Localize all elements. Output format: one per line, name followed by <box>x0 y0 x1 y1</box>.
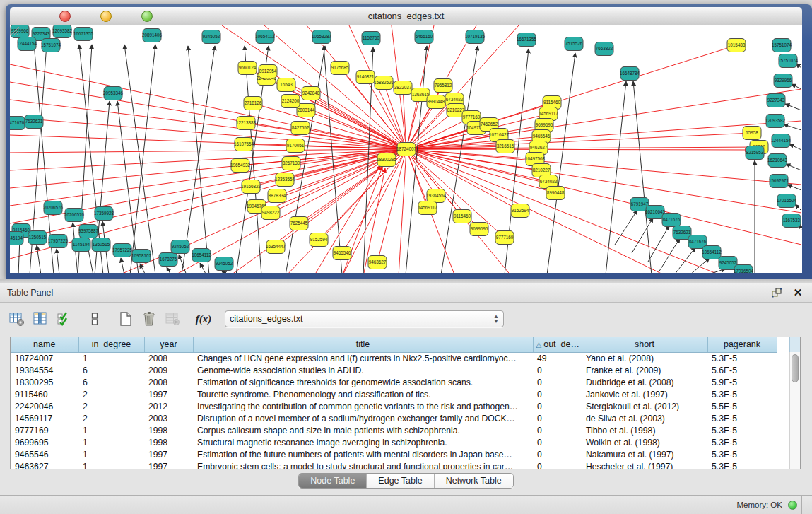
graph-node[interactable]: 12213383 <box>236 117 257 130</box>
graph-node[interactable]: 20891406 <box>142 29 163 42</box>
graph-node[interactable]: 9660124 <box>238 62 257 75</box>
graph-node[interactable]: 16543 <box>277 78 295 92</box>
graph-node[interactable]: 12444154 <box>17 37 37 51</box>
graph-node[interactable]: 3822037 <box>394 81 412 95</box>
graph-node[interactable]: 12444154 <box>771 134 792 148</box>
graph-node[interactable]: 9463627 <box>368 256 387 269</box>
graph-node[interactable]: 20953346 <box>103 87 124 100</box>
graph-node[interactable]: 12353554 <box>275 173 295 187</box>
graph-node[interactable]: 7632621 <box>25 115 43 129</box>
close-panel-icon[interactable]: ✕ <box>791 286 805 299</box>
graph-node[interactable]: 10654112 <box>702 246 722 259</box>
graph-node[interactable]: 16210643 <box>767 154 788 168</box>
graph-node[interactable]: 10653287 <box>312 30 332 44</box>
graph-node[interactable]: 15692971 <box>769 175 789 188</box>
graph-node[interactable]: 8990448 <box>427 95 445 109</box>
graph-node[interactable]: 17016504 <box>777 194 797 208</box>
graph-node[interactable]: 12093582 <box>765 115 786 128</box>
table-row[interactable]: 2242004622012Investigating the contribut… <box>11 400 777 412</box>
table-select-dropdown[interactable]: citations_edges.txt ▲▼ <box>225 310 504 327</box>
graph-node[interactable]: 19384554 <box>426 189 447 203</box>
table-row[interactable]: 911546021997Tourette syndrome. Phenomeno… <box>11 388 777 400</box>
table-row[interactable]: 1456911722003Disruption of a novel membe… <box>11 412 777 424</box>
graph-node[interactable]: 1145194 <box>72 238 90 252</box>
resize-grip-icon[interactable] <box>10 25 20 35</box>
graph-node[interactable]: 8427552 <box>291 122 310 135</box>
table-row[interactable]: 1830029562008Estimation of significance … <box>11 376 777 388</box>
graph-node[interactable]: 7663822 <box>595 42 613 56</box>
graph-node[interactable]: 19166822 <box>241 180 261 194</box>
graph-node[interactable]: 8471676 <box>10 117 25 130</box>
graph-node[interactable]: 1152760 <box>362 32 380 45</box>
graph-node[interactable]: 7625445 <box>290 217 308 230</box>
graph-node[interactable]: 16354447 <box>266 240 286 254</box>
graph-node[interactable]: 9242848 <box>302 87 320 100</box>
tab-node-table[interactable]: Node Table <box>299 474 367 488</box>
zoom-traffic-light[interactable] <box>141 11 153 22</box>
graph-node[interactable]: 2718126 <box>244 97 262 110</box>
float-panel-icon[interactable] <box>770 286 784 299</box>
graph-node[interactable]: 16107554 <box>234 138 254 151</box>
graph-node[interactable]: 19654932 <box>230 159 251 173</box>
function-builder-icon[interactable]: f(x) <box>194 309 213 329</box>
graph-node[interactable]: 8912954 <box>259 65 277 78</box>
show-columns-icon[interactable] <box>30 309 50 329</box>
table-row[interactable]: 1872400712008Changes of HCN gene express… <box>11 352 777 364</box>
minimize-traffic-light[interactable] <box>100 11 112 22</box>
graph-node[interactable]: 9152594 <box>511 204 529 218</box>
graph-node[interactable]: 10654112 <box>255 30 275 44</box>
graph-node[interactable]: 7515526 <box>565 37 583 51</box>
graph-node[interactable]: 8471676 <box>662 214 681 227</box>
window-titlebar[interactable]: citations_edges.txt <box>10 7 802 25</box>
column-header-short[interactable]: short <box>582 337 707 352</box>
graph-node[interactable]: 16671355 <box>73 28 94 41</box>
column-header-year[interactable]: year <box>144 337 193 352</box>
graph-node[interactable]: 16648784 <box>620 67 640 81</box>
graph-node[interactable]: 8215953 <box>746 146 764 160</box>
tab-edge-table[interactable]: Edge Table <box>367 474 434 488</box>
graph-node[interactable]: 6466160 <box>415 30 433 44</box>
graph-node[interactable]: 15751074 <box>772 39 792 52</box>
table-row[interactable]: 1938455462009Genome-wide association stu… <box>11 364 777 376</box>
graph-node[interactable]: 1350515 <box>28 231 47 245</box>
graph-node[interactable]: 16958107 <box>131 250 152 263</box>
graph-node[interactable]: 10719135 <box>465 30 486 44</box>
graph-node[interactable]: 9465546 <box>333 247 351 260</box>
column-header-pagerank[interactable]: pagerank <box>707 337 777 352</box>
graph-node[interactable]: 20206576 <box>64 209 85 222</box>
graph-node[interactable]: 8878334 <box>268 189 286 203</box>
graph-node[interactable]: 1015488 <box>727 39 746 52</box>
table-row[interactable]: 946362711997Embryonic stem cells: a mode… <box>11 460 777 469</box>
graph-node[interactable]: 16671355 <box>517 33 537 47</box>
graph-node[interactable]: 9146821 <box>356 71 375 84</box>
graph-node[interactable]: 1145194 <box>10 232 23 245</box>
graph-node[interactable]: 3216515 <box>496 140 514 153</box>
graph-node[interactable]: 12093582 <box>52 25 73 38</box>
graph-node[interactable]: 15751074 <box>41 39 61 52</box>
graph-node[interactable]: 9777169 <box>495 231 514 245</box>
graph-node[interactable]: 18724007 <box>396 143 417 156</box>
column-header-out_de[interactable]: △out_de… <box>533 337 582 352</box>
graph-node[interactable]: 14569117 <box>418 201 437 215</box>
graph-node[interactable]: 8990448 <box>546 187 565 200</box>
graph-node[interactable]: 17359928 <box>94 207 114 221</box>
graph-node[interactable]: 9329966 <box>774 74 792 88</box>
column-header-title[interactable]: title <box>193 337 533 352</box>
network-canvas[interactable]: 1872400722420046271812612213383161075541… <box>10 25 802 273</box>
graph-node[interactable]: 9245052 <box>215 257 233 271</box>
graph-node[interactable]: 10654112 <box>192 249 211 262</box>
graph-node[interactable]: 9170051 <box>286 139 305 153</box>
graph-node[interactable]: 17016504 <box>734 265 754 274</box>
graph-node[interactable]: 17957225 <box>48 235 69 248</box>
graph-node[interactable]: 9175685 <box>331 62 349 75</box>
graph-node[interactable]: 9227343 <box>767 94 785 107</box>
graph-node[interactable]: 8267130 <box>282 157 300 170</box>
graph-node[interactable]: 9152594 <box>310 233 328 247</box>
graph-node[interactable]: 1678275 <box>159 253 177 267</box>
scrollbar-thumb[interactable] <box>792 354 799 382</box>
new-column-icon[interactable] <box>116 309 136 329</box>
graph-node[interactable]: 15958 <box>743 127 761 140</box>
graph-node[interactable]: 9699695 <box>470 223 488 236</box>
graph-node[interactable]: 20206576 <box>43 201 64 215</box>
delete-table-icon[interactable] <box>163 309 182 329</box>
